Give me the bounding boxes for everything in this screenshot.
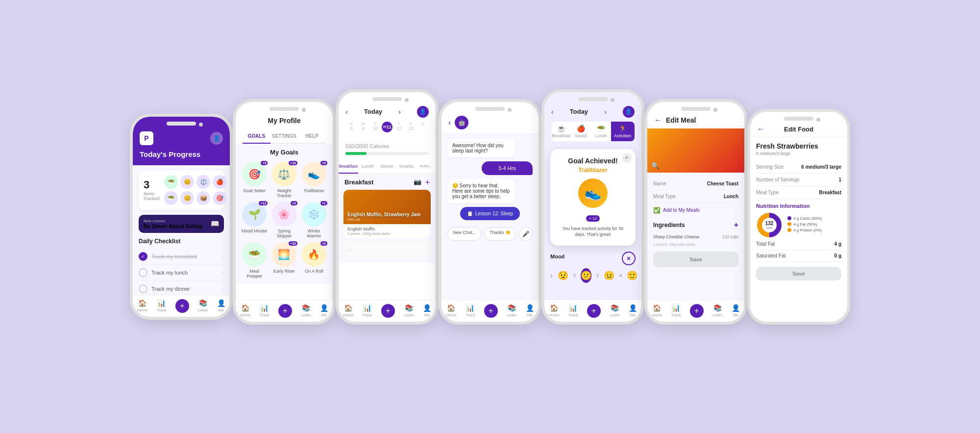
nav-learn-label-3: Learn bbox=[404, 313, 414, 317]
nav-add-button-4[interactable]: + bbox=[484, 304, 498, 318]
add-to-my-meals[interactable]: ✅ Add to My Meals bbox=[653, 203, 738, 218]
goal-winter-warrior[interactable]: ❄️+1 Winter Warrior bbox=[301, 202, 327, 238]
checkbox-lunch[interactable] bbox=[139, 268, 147, 277]
nav-add-button-2[interactable]: + bbox=[278, 304, 292, 318]
tab-activities-5[interactable]: 🏃Activities bbox=[611, 122, 635, 141]
nav-learn[interactable]: 📚 Learn bbox=[198, 299, 208, 312]
nav-me-3[interactable]: 👤 Me bbox=[423, 304, 431, 317]
goal-goal-setter[interactable]: 🎯+5 Goal Setter bbox=[242, 162, 268, 198]
quick-reply-new-chat[interactable]: New Chat... bbox=[447, 227, 481, 241]
tab-settings[interactable]: SETTINGS bbox=[270, 129, 298, 143]
nav-track-6[interactable]: 📊 Track bbox=[671, 304, 681, 317]
next-day-btn[interactable]: › bbox=[398, 108, 401, 116]
goal-mood-minder[interactable]: 🌱+12 Mood Minder bbox=[242, 202, 268, 238]
nav-home-4[interactable]: 🏠 Home bbox=[446, 304, 456, 317]
checklist-item-breakfast[interactable]: ✓ Track my breakfast › bbox=[139, 249, 224, 265]
mood-close-btn[interactable]: × bbox=[622, 252, 636, 265]
nav-add-button[interactable]: + bbox=[175, 299, 189, 313]
user-avatar-cal[interactable]: 👤 bbox=[417, 106, 429, 118]
microphone-btn[interactable]: 🎤 bbox=[519, 227, 533, 241]
nav-home-3[interactable]: 🏠 Home bbox=[343, 304, 353, 317]
back-btn-edit-meal[interactable]: ← bbox=[654, 116, 662, 125]
tab-goals[interactable]: GOALS bbox=[243, 129, 270, 144]
tab-activities[interactable]: Activi... bbox=[416, 160, 436, 174]
mood-4[interactable]: 🙂 bbox=[627, 270, 637, 281]
phones-container: P 👤 Today's Progress 3 ItemsTracked 🥗 😊 … bbox=[0, 0, 980, 433]
camera-icon[interactable]: 📷 bbox=[414, 178, 421, 187]
lesson-btn[interactable]: 📋 Lesson 12: Sleep bbox=[460, 207, 520, 220]
nav-home[interactable]: 🏠 Home bbox=[137, 299, 147, 312]
goal-trailblazer[interactable]: 👟+9 Trailblazer bbox=[301, 162, 327, 198]
nav-me-4[interactable]: 👤 Me bbox=[526, 304, 534, 317]
nav-me-2[interactable]: 👤 Me bbox=[320, 304, 328, 317]
nav-home-2[interactable]: 🏠 Home bbox=[240, 304, 250, 317]
nav-me-6[interactable]: 👤 Me bbox=[732, 304, 740, 317]
goal-early-riser[interactable]: 🌅+10 Early Riser bbox=[271, 242, 297, 279]
track-icon: 📊 bbox=[157, 299, 166, 307]
nav-track[interactable]: 📊 Track bbox=[157, 299, 167, 312]
tab-lunch-5[interactable]: 🥗Lunch bbox=[591, 122, 611, 141]
mood-2[interactable]: 😕 bbox=[581, 268, 591, 283]
nav-learn-5[interactable]: 📚 Learn bbox=[610, 304, 619, 317]
nav-add-button-5[interactable]: + bbox=[587, 304, 601, 318]
mood-label-2: 2 bbox=[573, 273, 576, 278]
user-avatar-5[interactable]: 👤 bbox=[623, 106, 635, 118]
save-meal-btn[interactable]: Save bbox=[653, 252, 738, 267]
quick-reply-thanks[interactable]: Thanks 👏 bbox=[484, 227, 516, 241]
tab-help[interactable]: HELP bbox=[298, 129, 326, 143]
goal-weight-tracker[interactable]: ⚖️+10 Weight Tracker bbox=[271, 162, 297, 198]
lesson-box[interactable]: New Lesson Be Smart About Eating 📖 bbox=[139, 215, 224, 233]
back-btn-edit-food[interactable]: ← bbox=[757, 125, 765, 133]
prev-day-btn[interactable]: ‹ bbox=[345, 108, 348, 116]
tab-lunch[interactable]: Lunch bbox=[358, 160, 378, 174]
checklist-item-lunch[interactable]: Track my lunch › bbox=[139, 265, 224, 281]
user-avatar[interactable]: 👤 bbox=[210, 132, 223, 145]
nav-learn-2[interactable]: 📚 Learn bbox=[301, 304, 311, 317]
nav-add-button-3[interactable]: + bbox=[381, 304, 395, 318]
goal-on-a-roll[interactable]: 🔥+3 On A Roll bbox=[301, 242, 327, 279]
mood-1[interactable]: 😟 bbox=[558, 270, 568, 281]
mood-3[interactable]: 😐 bbox=[604, 270, 614, 281]
next-day-5[interactable]: › bbox=[604, 108, 607, 116]
edit-food-header: ← Edit Food bbox=[750, 112, 847, 137]
goal-meal-prepper[interactable]: 🥗 Meal Prepper bbox=[242, 242, 268, 279]
nav-learn-6[interactable]: 📚 Learn bbox=[712, 304, 722, 317]
mood-label-1: 1 bbox=[550, 273, 553, 278]
food-item-1[interactable]: English Muffin, Strawberry Jam 300 cal E… bbox=[343, 190, 431, 238]
nav-track-3[interactable]: 📊 Track bbox=[363, 304, 372, 317]
tab-snack-5[interactable]: 🍎Snack bbox=[571, 122, 591, 141]
back-btn-chat[interactable]: ‹ bbox=[448, 118, 451, 127]
nav-me[interactable]: 👤 Me bbox=[217, 299, 225, 312]
checkbox-dinner[interactable] bbox=[139, 284, 147, 293]
day-t1: T10 bbox=[370, 122, 381, 132]
nav-track-2[interactable]: 📊 Track bbox=[260, 304, 270, 317]
goal-spring-skipper[interactable]: 🌸+2 Spring Skipper bbox=[271, 202, 297, 238]
nav-home-5[interactable]: 🏠 Home bbox=[549, 304, 559, 317]
day-today[interactable]: W11 bbox=[382, 122, 392, 132]
nav-home-6[interactable]: 🏠 Home bbox=[652, 304, 662, 317]
add-ingredient-icon[interactable]: + bbox=[734, 221, 738, 229]
nav-track-4[interactable]: 📊 Track bbox=[466, 304, 475, 317]
ingredients-label: Ingredients bbox=[653, 222, 685, 229]
tab-dinner[interactable]: Dinner bbox=[377, 160, 397, 174]
track-icon-2: 📊 bbox=[260, 304, 269, 312]
nav-me-5[interactable]: 👤 Me bbox=[629, 304, 637, 317]
lesson-icon: 📖 bbox=[211, 220, 219, 228]
nav-learn-3[interactable]: 📚 Learn bbox=[404, 304, 414, 317]
tab-breakfast[interactable]: Breakfast bbox=[339, 160, 358, 174]
trophy-icon: 👟 bbox=[578, 178, 608, 208]
add-food-icon[interactable]: + bbox=[425, 178, 430, 187]
tab-snacks[interactable]: Snacks bbox=[397, 160, 416, 174]
checkbox-breakfast[interactable]: ✓ bbox=[139, 252, 147, 261]
nav-add-button-6[interactable]: + bbox=[690, 304, 704, 318]
food-item-2[interactable]: ... bbox=[343, 241, 431, 256]
close-overlay-btn[interactable]: × bbox=[622, 153, 632, 163]
zoom-icon[interactable]: 🔍 bbox=[651, 162, 660, 170]
prev-day-5[interactable]: ‹ bbox=[551, 108, 554, 116]
today-label: Today bbox=[364, 108, 382, 115]
learn-icon-5: 📚 bbox=[611, 304, 619, 312]
nav-learn-4[interactable]: 📚 Learn bbox=[507, 304, 516, 317]
save-food-btn[interactable]: Save bbox=[756, 267, 841, 280]
tab-breakfast-5[interactable]: ☕Breakfast bbox=[551, 122, 571, 141]
nav-track-5[interactable]: 📊 Track bbox=[568, 304, 578, 317]
